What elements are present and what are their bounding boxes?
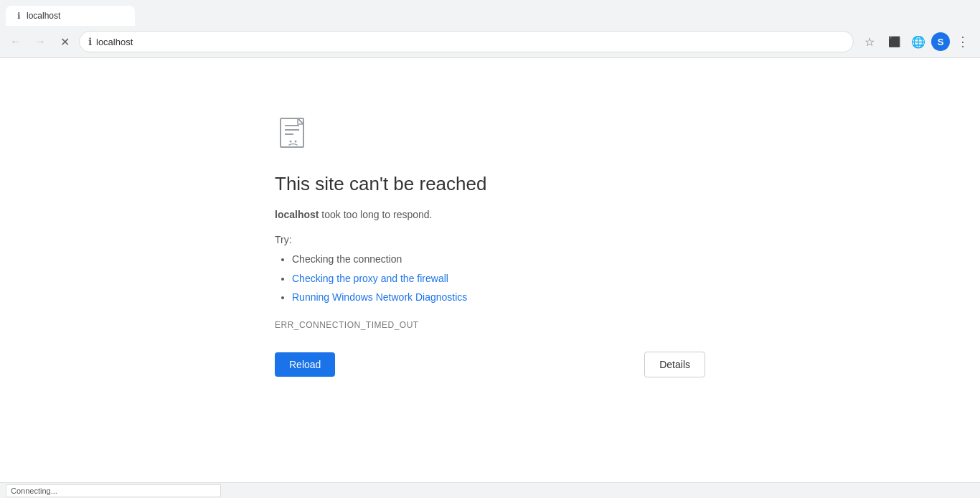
- error-host: localhost: [275, 209, 319, 220]
- back-icon: ←: [10, 35, 22, 48]
- forward-button[interactable]: →: [30, 32, 50, 52]
- list-item: Running Windows Network Diagnostics: [292, 289, 705, 305]
- puzzle-icon: ⬛: [888, 36, 900, 47]
- back-button[interactable]: ←: [6, 32, 26, 52]
- svg-rect-0: [281, 118, 303, 147]
- globe-icon: 🌐: [911, 35, 925, 49]
- error-subtitle-rest: took too long to respond.: [319, 209, 432, 220]
- list-item-text: Checking the connection: [292, 253, 402, 265]
- reload-button[interactable]: Reload: [275, 352, 335, 377]
- error-actions: Reload Details: [275, 352, 705, 377]
- toolbar-actions: ☆ ⬛ 🌐 S ⋮: [858, 30, 974, 53]
- status-text: Connecting...: [11, 487, 57, 495]
- active-tab[interactable]: ℹ localhost: [6, 6, 135, 26]
- tab-title: localhost: [27, 11, 60, 21]
- extensions-button[interactable]: ⬛: [882, 30, 905, 53]
- tab-bar: ℹ localhost: [0, 0, 980, 26]
- svg-point-5: [295, 141, 297, 143]
- network-diagnostics-link[interactable]: Running Windows Network Diagnostics: [292, 291, 467, 303]
- bookmark-button[interactable]: ☆: [858, 30, 881, 53]
- star-icon: ☆: [864, 35, 875, 49]
- error-list: Checking the connection Checking the pro…: [275, 251, 705, 305]
- google-apps-button[interactable]: 🌐: [907, 30, 930, 53]
- tab-favicon: ℹ: [17, 11, 21, 21]
- list-item: Checking the proxy and the firewall: [292, 271, 705, 286]
- proxy-firewall-link[interactable]: Checking the proxy and the firewall: [292, 273, 448, 284]
- forward-icon: →: [34, 35, 46, 48]
- error-title: This site can't be reached: [275, 173, 705, 195]
- close-icon: ✕: [60, 35, 70, 49]
- svg-point-4: [290, 141, 292, 143]
- profile-avatar[interactable]: S: [931, 32, 950, 51]
- status-text-container: Connecting...: [6, 484, 221, 497]
- more-icon: ⋮: [956, 34, 970, 50]
- browser-chrome: ℹ localhost ← → ✕ ℹ localhost ☆ ⬛ 🌐: [0, 0, 980, 58]
- error-container: This site can't be reached localhost too…: [275, 116, 705, 377]
- error-subtitle: localhost took too long to respond.: [275, 207, 705, 222]
- info-icon: ℹ: [88, 36, 92, 47]
- page-content: This site can't be reached localhost too…: [0, 58, 980, 482]
- menu-button[interactable]: ⋮: [951, 30, 974, 53]
- error-icon: [275, 116, 705, 159]
- toolbar: ← → ✕ ℹ localhost ☆ ⬛ 🌐 S ⋮: [0, 26, 980, 57]
- try-label: Try:: [275, 234, 705, 245]
- reload-stop-button[interactable]: ✕: [55, 32, 75, 52]
- status-bar: Connecting...: [0, 482, 980, 498]
- details-button[interactable]: Details: [644, 352, 705, 377]
- url-text: localhost: [96, 37, 844, 47]
- address-bar[interactable]: ℹ localhost: [79, 31, 854, 52]
- error-code: ERR_CONNECTION_TIMED_OUT: [275, 320, 705, 330]
- list-item: Checking the connection: [292, 251, 705, 267]
- profile-letter: S: [938, 37, 944, 47]
